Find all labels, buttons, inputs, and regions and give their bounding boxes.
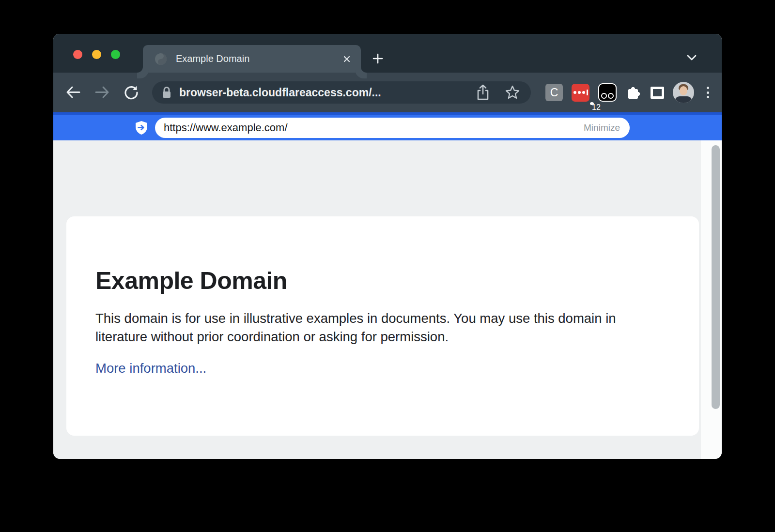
share-icon[interactable] (476, 84, 490, 101)
side-panel-icon[interactable] (651, 87, 664, 99)
glasses-extension-icon[interactable] (598, 83, 617, 102)
isolation-url-input[interactable] (164, 122, 584, 134)
page-title: Example Domain (95, 267, 670, 295)
more-information-link[interactable]: More information... (95, 361, 206, 376)
address-bar[interactable]: browser-beta.cloudflareaccess.com/... (152, 81, 531, 104)
forward-icon[interactable] (94, 84, 110, 101)
isolation-bar: Minimize (53, 112, 722, 140)
tab-close-icon[interactable] (342, 55, 351, 63)
page-viewport: Example Domain This domain is for use in… (53, 140, 722, 459)
minimize-bar-button[interactable]: Minimize (584, 122, 620, 133)
password-manager-extension-icon[interactable]: 12 (572, 84, 589, 102)
page-background: Example Domain This domain is for use in… (53, 140, 701, 459)
globe-favicon-icon (155, 53, 167, 65)
window-controls (73, 50, 120, 59)
shield-icon (135, 121, 148, 135)
tab-strip: Example Domain (53, 34, 722, 73)
scrollbar-track[interactable] (701, 140, 722, 459)
reload-icon[interactable] (123, 84, 140, 101)
tab-title: Example Domain (176, 53, 342, 64)
minimize-window-button[interactable] (92, 50, 101, 59)
close-window-button[interactable] (73, 50, 82, 59)
page-paragraph: This domain is for use in illustrative e… (95, 309, 657, 346)
extension-badge: 12 (590, 102, 594, 105)
isolation-url-pill: Minimize (155, 118, 630, 138)
extensions-area: C 12 (545, 82, 709, 103)
lock-icon[interactable] (161, 86, 172, 99)
browser-toolbar: browser-beta.cloudflareaccess.com/... C … (53, 73, 722, 112)
address-url-text: browser-beta.cloudflareaccess.com/... (179, 86, 476, 99)
back-icon[interactable] (65, 84, 81, 101)
content-card: Example Domain This domain is for use in… (66, 216, 699, 436)
extension-c-icon[interactable]: C (545, 84, 563, 101)
bookmark-star-icon[interactable] (505, 85, 520, 100)
tab-example-domain[interactable]: Example Domain (143, 45, 361, 73)
scrollbar-thumb[interactable] (712, 145, 720, 409)
chevron-down-icon[interactable] (686, 54, 698, 62)
new-tab-button[interactable] (372, 52, 384, 65)
browser-menu-icon[interactable] (707, 87, 709, 98)
browser-window: Example Domain (53, 34, 722, 459)
zoom-window-button[interactable] (111, 50, 120, 59)
extensions-puzzle-icon[interactable] (625, 84, 642, 101)
profile-avatar[interactable] (673, 82, 694, 103)
